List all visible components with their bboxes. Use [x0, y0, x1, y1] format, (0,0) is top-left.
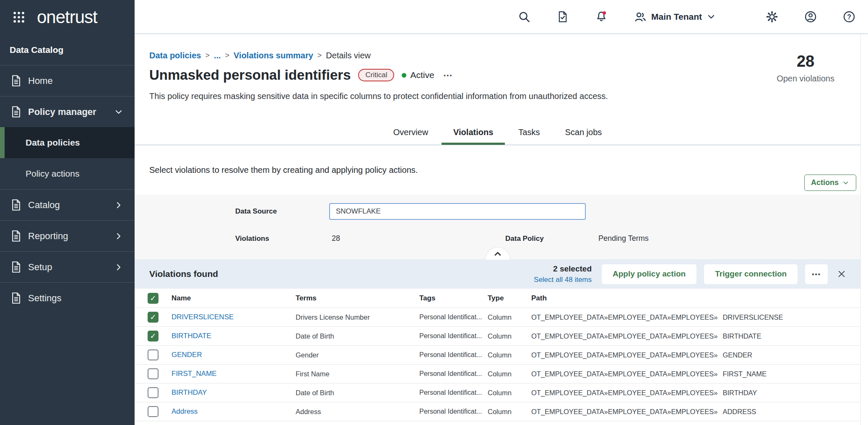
search-icon	[518, 10, 530, 23]
audit-log-button[interactable]	[556, 10, 569, 23]
violation-tags: Personal Identificat...	[419, 313, 488, 321]
title-more-menu[interactable]: •••	[444, 72, 453, 79]
violation-type: Column	[488, 351, 531, 359]
check-icon: ✓	[150, 295, 156, 302]
violation-name-link[interactable]: BIRTHDAY	[172, 388, 207, 396]
sidebar-item-reporting[interactable]: Reporting	[0, 220, 135, 251]
tenant-switcher[interactable]: Main Tenant	[634, 10, 716, 23]
row-checkbox[interactable]: ✓	[148, 406, 159, 417]
column-header-path: Path	[531, 294, 860, 302]
violation-name-link[interactable]: FIRST_NAME	[172, 370, 217, 378]
close-selection-button[interactable]	[835, 268, 848, 280]
tab-violations[interactable]: Violations	[452, 125, 494, 145]
chevron-right-icon	[114, 262, 124, 272]
chevron-right-icon	[114, 200, 124, 210]
help-button[interactable]	[843, 10, 855, 23]
selected-count: 2 selected	[534, 264, 592, 274]
violation-name-link[interactable]: Address	[172, 407, 198, 415]
violation-terms: Gender	[296, 351, 419, 359]
violation-path: OT_EMPLOYEE_DATA»EMPLOYEE_DATA»EMPLOYEES…	[531, 408, 860, 416]
search-button[interactable]	[518, 10, 530, 23]
violations-count-label: Violations	[235, 235, 269, 243]
sidebar-item-data-policies[interactable]: Data policies	[0, 127, 135, 158]
violation-path: OT_EMPLOYEE_DATA»EMPLOYEE_DATA»EMPLOYEES…	[531, 332, 860, 340]
violation-tags: Personal Identificat...	[419, 351, 488, 359]
trigger-connection-button[interactable]: Trigger connection	[704, 264, 798, 284]
data-policy-label: Data Policy	[505, 235, 544, 243]
results-more-button[interactable]: •••	[805, 264, 828, 284]
logo-text: onetrust	[37, 7, 97, 27]
sidebar-item-home[interactable]: Home	[0, 65, 135, 96]
notifications-button[interactable]	[595, 10, 608, 23]
violation-name-link[interactable]: BIRTHDATE	[172, 332, 211, 340]
violation-tags: Personal Identificat...	[419, 370, 488, 378]
table-row: ✓ BIRTHDAY Date of Birth Personal Identi…	[135, 383, 860, 402]
page-head: Data policies > ... > Violations summary…	[135, 34, 860, 117]
violation-type: Column	[488, 332, 531, 340]
sidebar-item-setup[interactable]: Setup	[0, 251, 135, 282]
breadcrumb-data-policies[interactable]: Data policies	[149, 51, 201, 60]
sidebar-item-label: Home	[28, 76, 53, 86]
breadcrumb-current: Details view	[326, 51, 371, 60]
violation-terms: Date of Birth	[296, 389, 419, 397]
tab-scan-jobs[interactable]: Scan jobs	[564, 125, 603, 145]
violation-type: Column	[488, 408, 531, 416]
row-checkbox[interactable]: ✓	[148, 312, 159, 323]
sidebar-item-policy-actions[interactable]: Policy actions	[0, 158, 135, 189]
table-row: ✓ GENDER Gender Personal Identificat... …	[135, 346, 860, 365]
results-section: Violations found 2 selected Select all 4…	[135, 259, 860, 421]
violations-table: ✓ Name Terms Tags Type Path ✓ DRIVERSLIC…	[135, 289, 860, 421]
violation-path: OT_EMPLOYEE_DATA»EMPLOYEE_DATA»EMPLOYEES…	[531, 313, 860, 321]
account-button[interactable]	[804, 10, 817, 23]
content: Data policies > ... > Violations summary…	[135, 34, 860, 425]
data-source-label: Data Source	[235, 207, 277, 216]
row-checkbox[interactable]: ✓	[148, 368, 159, 379]
violations-table-body: ✓ DRIVERSLICENSE Drivers License Number …	[135, 308, 860, 421]
row-checkbox[interactable]: ✓	[148, 387, 159, 398]
chevron-down-icon	[114, 107, 124, 117]
check-icon: ✓	[150, 332, 156, 340]
violations-count-value: 28	[332, 234, 340, 243]
violation-tags: Personal Identificat...	[419, 408, 488, 415]
violation-type: Column	[488, 370, 531, 378]
select-all-link[interactable]: Select all 48 items	[534, 276, 592, 284]
sidebar-item-settings[interactable]: Settings	[0, 282, 135, 313]
tab-tasks[interactable]: Tasks	[517, 125, 541, 145]
scrollbar-gutter[interactable]	[860, 34, 868, 425]
violation-type: Column	[488, 389, 531, 397]
violation-terms: Address	[296, 408, 419, 416]
row-checkbox[interactable]: ✓	[148, 331, 159, 342]
open-violations-label: Open violations	[777, 74, 834, 83]
select-all-checkbox[interactable]: ✓	[148, 293, 159, 304]
settings-button[interactable]	[766, 10, 778, 23]
document-icon	[10, 229, 23, 242]
logo: onetrust	[0, 0, 135, 34]
sidebar-item-label: Settings	[28, 293, 62, 304]
breadcrumb-violations-summary[interactable]: Violations summary	[234, 51, 313, 60]
sidebar-item-catalog[interactable]: Catalog	[0, 189, 135, 220]
page-title: Unmasked personal identifiers	[149, 67, 351, 83]
app-title: Data Catalog	[0, 34, 135, 65]
tab-overview[interactable]: Overview	[392, 125, 429, 145]
breadcrumb-ellipsis[interactable]: ...	[214, 51, 221, 60]
column-header-terms: Terms	[296, 294, 419, 302]
apply-policy-action-button[interactable]: Apply policy action	[602, 264, 696, 284]
sidebar-item-label: Catalog	[28, 200, 60, 211]
document-icon	[10, 74, 23, 87]
sidebar-item-label: Reporting	[28, 231, 68, 242]
tab-bar: Overview Violations Tasks Scan jobs	[135, 117, 860, 145]
open-violations-stat: 28 Open violations	[777, 52, 834, 83]
actions-button[interactable]: Actions	[804, 175, 856, 191]
violation-name-link[interactable]: GENDER	[172, 351, 202, 359]
sidebar-item-policy-manager[interactable]: Policy manager	[0, 96, 135, 127]
row-checkbox[interactable]: ✓	[148, 349, 159, 360]
instruction-row: Select violations to resolve them by cre…	[135, 145, 860, 195]
data-source-input[interactable]	[329, 203, 586, 220]
violation-name-link[interactable]: DRIVERSLICENSE	[172, 313, 234, 321]
status-dot-icon	[402, 73, 406, 78]
breadcrumb-separator: >	[317, 51, 322, 60]
violation-terms: Date of Birth	[296, 332, 419, 340]
help-icon	[843, 10, 855, 23]
app-launcher-grid-icon[interactable]	[12, 10, 26, 24]
breadcrumb: Data policies > ... > Violations summary…	[149, 51, 860, 60]
